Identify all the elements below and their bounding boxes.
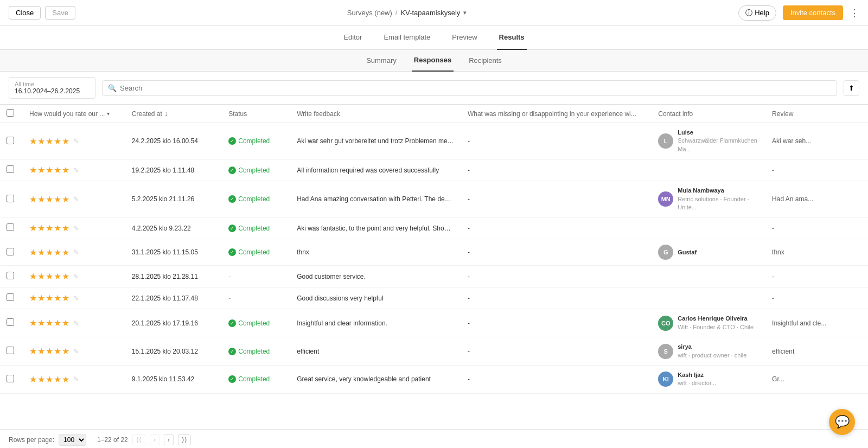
row-checkbox[interactable] (7, 375, 14, 382)
edit-icon[interactable]: ✎ (73, 225, 79, 232)
search-input[interactable] (120, 84, 831, 92)
edit-icon[interactable]: ✎ (73, 248, 79, 256)
feedback-cell: Aki war sehr gut vorbereitet und trotz P… (290, 123, 461, 159)
star-rating: ★★★★★ (29, 165, 70, 175)
th-status: Status (222, 105, 290, 123)
feedback-cell: thnx (290, 239, 461, 266)
tab-results[interactable]: Results (497, 26, 527, 50)
rows-per-page-select[interactable]: 100 50 25 (59, 434, 86, 446)
row-checkbox[interactable] (7, 272, 14, 279)
feedback-cell: efficient (290, 337, 461, 366)
next-page-button[interactable]: › (164, 434, 174, 445)
date-filter[interactable]: All time 16.10.2024–26.2.2025 (9, 77, 95, 99)
avatar: G (658, 245, 673, 260)
contact-cell (652, 266, 765, 287)
chevron-down-icon: ▾ (463, 9, 467, 16)
th-review: Review (765, 105, 868, 123)
save-button[interactable]: Save (45, 6, 75, 20)
export-button[interactable]: ⬆ (844, 80, 859, 96)
row-checkbox[interactable] (7, 223, 14, 231)
contact-cell (652, 287, 765, 309)
review-cell: Aki war seh... (765, 123, 868, 159)
export-icon: ⬆ (848, 84, 854, 92)
tab-email-template[interactable]: Email template (381, 26, 432, 50)
row-checkbox[interactable] (7, 293, 14, 301)
th-check (0, 105, 23, 123)
last-page-button[interactable]: ⟩⟩ (178, 434, 191, 445)
status-badge: Completed (228, 167, 284, 174)
tab-editor[interactable]: Editor (341, 26, 364, 50)
review-cell: - (765, 217, 868, 239)
contact-cell: L Luise Schwarzwälder Flammkuchen Ma... (652, 123, 765, 159)
sub-tab-summary[interactable]: Summary (364, 50, 399, 72)
created-at: 28.1.2025 klo 21.28.11 (125, 266, 222, 287)
review-cell: - (765, 159, 868, 181)
responses-table-wrapper: How would you rate our ... ▾ Created at … (0, 105, 868, 429)
edit-icon[interactable]: ✎ (73, 295, 79, 302)
feedback-cell: Insightful and clear information. (290, 309, 461, 337)
row-checkbox[interactable] (7, 137, 14, 144)
search-icon: 🔍 (108, 84, 117, 92)
table-row: ★★★★★ ✎ 4.2.2025 klo 9.23.22CompletedAki… (0, 217, 868, 239)
table-header-row: How would you rate our ... ▾ Created at … (0, 105, 868, 123)
avatar: MN (658, 191, 673, 207)
feedback-cell: All information required was covered suc… (290, 159, 461, 181)
breadcrumb-surveys[interactable]: Surveys (new) (347, 9, 392, 17)
edit-icon[interactable]: ✎ (73, 273, 79, 280)
rows-per-page-label: Rows per page: (9, 436, 54, 444)
chat-button[interactable]: 💬 (829, 409, 855, 435)
star-rating: ★★★★★ (29, 346, 70, 356)
edit-icon[interactable]: ✎ (73, 375, 79, 383)
table-body: ★★★★★ ✎ 24.2.2025 klo 16.00.54CompletedA… (0, 123, 868, 394)
breadcrumb-survey[interactable]: KV-tapaamiskysely (400, 9, 460, 17)
contact-cell: KI Kash Ijaz wift · director... (652, 365, 765, 393)
row-checkbox[interactable] (7, 165, 14, 173)
table-row: ★★★★★ ✎ 19.2.2025 klo 1.11.48CompletedAl… (0, 159, 868, 181)
date-filter-label: All time (15, 81, 90, 87)
edit-icon[interactable]: ✎ (73, 167, 79, 174)
star-rating: ★★★★★ (29, 318, 70, 328)
th-created[interactable]: Created at ↓ (125, 105, 222, 123)
contact-cell: CO Carlos Henrique Oliveira Wift · Found… (652, 309, 765, 337)
status-badge: Completed (228, 319, 284, 327)
missing-cell: - (461, 181, 652, 217)
th-rating[interactable]: How would you rate our ... ▾ (23, 105, 125, 123)
contact-sub: Retric solutions · Founder · Unite... (678, 195, 759, 212)
star-rating: ★★★★★ (29, 194, 70, 204)
star-rating: ★★★★★ (29, 223, 70, 233)
edit-icon[interactable]: ✎ (73, 195, 79, 203)
help-icon: ⓘ (745, 8, 752, 18)
top-bar-right: ⓘ Help Invite contacts ⋮ (738, 5, 859, 21)
created-at: 5.2.2025 klo 21.11.26 (125, 181, 222, 217)
feedback-cell: Aki was fantastic, to the point and very… (290, 217, 461, 239)
th-contact: Contact info (652, 105, 765, 123)
row-checkbox[interactable] (7, 347, 14, 354)
row-checkbox[interactable] (7, 195, 14, 202)
review-cell: Had An ama... (765, 181, 868, 217)
row-checkbox[interactable] (7, 248, 14, 255)
edit-icon[interactable]: ✎ (73, 348, 79, 355)
invite-contacts-button[interactable]: Invite contacts (783, 5, 843, 20)
sub-tab-responses[interactable]: Responses (412, 50, 454, 72)
missing-cell: - (461, 287, 652, 309)
row-checkbox[interactable] (7, 318, 14, 326)
avatar: KI (658, 372, 673, 387)
table-row: ★★★★★ ✎ 28.1.2025 klo 21.28.11-Good cust… (0, 266, 868, 287)
first-page-button[interactable]: ⟨⟨ (132, 434, 145, 445)
tab-preview[interactable]: Preview (450, 26, 479, 50)
select-all-checkbox[interactable] (7, 109, 14, 117)
sub-tab-recipients[interactable]: Recipients (467, 50, 504, 72)
table-row: ★★★★★ ✎ 20.1.2025 klo 17.19.16CompletedI… (0, 309, 868, 337)
edit-icon[interactable]: ✎ (73, 137, 79, 145)
close-button[interactable]: Close (9, 6, 41, 20)
edit-icon[interactable]: ✎ (73, 319, 79, 327)
chat-icon: 💬 (835, 415, 850, 429)
prev-page-button[interactable]: ‹ (150, 434, 159, 445)
more-options-button[interactable]: ⋮ (850, 7, 859, 19)
table-row: ★★★★★ ✎ 24.2.2025 klo 16.00.54CompletedA… (0, 123, 868, 159)
help-button[interactable]: ⓘ Help (738, 5, 776, 21)
created-at: 19.2.2025 klo 1.11.48 (125, 159, 222, 181)
contact-name: sirya (678, 343, 746, 351)
missing-cell: - (461, 365, 652, 393)
table-row: ★★★★★ ✎ 9.1.2025 klo 11.53.42CompletedGr… (0, 365, 868, 393)
